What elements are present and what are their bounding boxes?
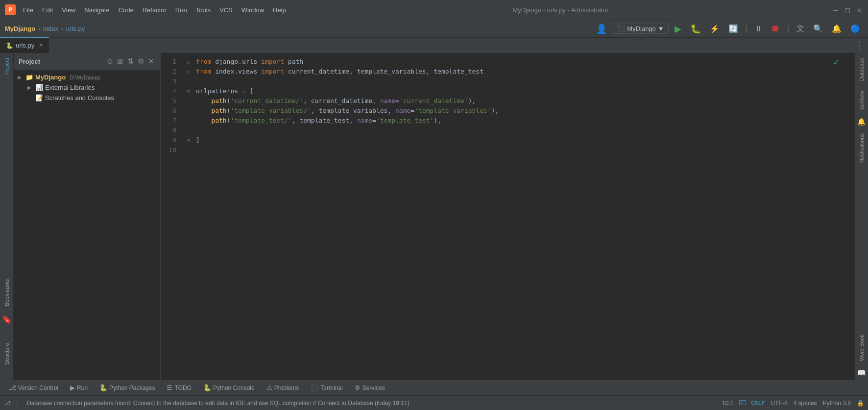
panel-collapse-button[interactable]: ⊞: [116, 56, 124, 67]
breadcrumb: MyDjango › index › urls.py: [5, 25, 85, 32]
code-line-5: path ( 'current_datetime/' , current_dat…: [196, 96, 854, 106]
services-label: Services: [362, 384, 385, 391]
maximize-button[interactable]: □: [844, 6, 851, 14]
menu-run[interactable]: Run: [172, 5, 191, 15]
structure-sidebar-tab[interactable]: Structure: [2, 338, 12, 370]
git-status[interactable]: ⎇: [4, 400, 11, 407]
wordbook-tab[interactable]: Word Book: [857, 330, 867, 366]
problems-icon: ⚠: [266, 384, 272, 391]
menu-edit[interactable]: Edit: [39, 5, 56, 15]
services-tab[interactable]: ⚙ Services: [350, 382, 390, 393]
menu-file[interactable]: File: [20, 5, 37, 15]
tree-item-scratches[interactable]: ▶ 📝 Scratches and Consoles: [14, 93, 160, 103]
code-line-8: [196, 126, 854, 135]
token-6-4: , template_variables,: [311, 106, 395, 116]
token-5-4: , current_datetime,: [303, 96, 380, 106]
line-sep-indicator[interactable]: CRLF: [739, 400, 765, 407]
notifications-icon[interactable]: 🔔: [855, 115, 868, 128]
panel-localize-button[interactable]: ⊙: [106, 56, 114, 67]
bookmark-icon[interactable]: 🔖: [0, 311, 14, 328]
settings-button[interactable]: 🔵: [847, 22, 863, 35]
python-packages-tab[interactable]: 🐍 Python Packages: [95, 382, 160, 393]
project-sidebar-tab[interactable]: Project: [2, 53, 12, 79]
encoding-indicator[interactable]: UTF-8: [771, 400, 788, 407]
python-console-tab[interactable]: 🐍 Python Console: [198, 382, 260, 393]
minimize-button[interactable]: —: [832, 6, 840, 14]
main-layout: Project Bookmarks 🔖 Structure Project ⊙ …: [0, 53, 868, 380]
menu-view[interactable]: View: [58, 5, 79, 15]
tab-close-icon[interactable]: ✕: [39, 42, 43, 49]
token-9-1: ]: [196, 135, 200, 145]
menu-vcs[interactable]: VCS: [216, 5, 236, 15]
wordbook-icon[interactable]: 📖: [855, 366, 868, 380]
profile-run-button[interactable]: 🔄: [725, 22, 741, 35]
search-button[interactable]: 🔍: [810, 22, 826, 35]
fold-btn-1[interactable]: ⊟: [185, 57, 192, 67]
breadcrumb-sep2: ›: [60, 25, 64, 32]
menu-code[interactable]: Code: [115, 5, 137, 15]
line-num-9: 9: [161, 135, 180, 145]
tab-more-button[interactable]: ⋮: [850, 37, 868, 53]
status-message[interactable]: Database connection parameters found: Co…: [17, 400, 722, 407]
line-num-4: 4: [161, 86, 180, 96]
debug-button[interactable]: 🐛: [687, 22, 704, 36]
breadcrumb-file[interactable]: urls.py: [66, 25, 85, 32]
sciview-tab[interactable]: SciView: [857, 86, 867, 115]
panel-close-button[interactable]: ✕: [147, 56, 155, 67]
fold-btn-2[interactable]: ⊟: [185, 67, 192, 77]
bookmarks-sidebar-tab[interactable]: Bookmarks: [2, 274, 12, 311]
tree-item-external-libs[interactable]: ▶ 📊 External Libraries: [14, 82, 160, 93]
token-7-1: path: [211, 116, 226, 126]
fold-btn-6: [185, 106, 192, 116]
database-tab[interactable]: Database: [857, 53, 867, 86]
menu-window[interactable]: Window: [238, 5, 267, 15]
tab-filename: urls.py: [16, 42, 34, 49]
bottom-tabs: ⎇ Version Control ▶ Run 🐍 Python Package…: [0, 380, 868, 395]
panel-settings-button[interactable]: ⚙: [137, 56, 145, 67]
token-6-2: (: [227, 106, 231, 116]
translate-button[interactable]: 文: [794, 22, 807, 36]
menu-tools[interactable]: Tools: [193, 5, 214, 15]
indent-indicator[interactable]: 4 spaces: [794, 400, 817, 407]
chart-icon: 📊: [35, 84, 43, 91]
tree-item-root[interactable]: ▶ 📁 MyDjango D:\MyDjango: [14, 72, 160, 82]
menu-help[interactable]: Help: [269, 5, 289, 15]
todo-icon: ☰: [167, 384, 172, 391]
left-sidebar-tabs: Project Bookmarks 🔖 Structure: [0, 53, 14, 380]
tree-label-root: MyDjango: [35, 74, 66, 81]
coverage-button[interactable]: ⚡: [707, 22, 723, 35]
problems-tab[interactable]: ⚠ Problems: [262, 382, 304, 393]
pause-button[interactable]: ⏸: [751, 23, 765, 35]
tab-urls-py[interactable]: 🐍 urls.py ✕: [0, 37, 49, 53]
breadcrumb-sep1: ›: [37, 25, 41, 32]
run-config-label: MyDjango: [627, 25, 656, 32]
version-control-label: Version Control: [18, 384, 58, 391]
token-7-0: [196, 116, 211, 126]
run-tab[interactable]: ▶ Run: [65, 382, 93, 393]
fold-btn-9[interactable]: ⊟: [185, 135, 192, 145]
menu-navigate[interactable]: Navigate: [81, 5, 113, 15]
breadcrumb-index[interactable]: index: [43, 25, 58, 32]
todo-tab[interactable]: ☰ TODO: [162, 382, 196, 393]
run-config-chevron: ▼: [658, 25, 664, 32]
code-editor[interactable]: from django.urls import path from index.…: [192, 53, 854, 380]
breadcrumb-project[interactable]: MyDjango: [5, 25, 35, 32]
token-2-3: import: [261, 67, 284, 77]
menu-refactor[interactable]: Refactor: [139, 5, 170, 15]
version-control-tab[interactable]: ⎇ Version Control: [4, 382, 63, 393]
fold-btn-4[interactable]: ⊟: [185, 86, 192, 96]
python-version[interactable]: Python 3.8: [823, 400, 851, 407]
token-5-5: name: [380, 96, 395, 106]
menu-bar: File Edit View Navigate Code Refactor Ru…: [20, 5, 289, 15]
profile-button[interactable]: 👤: [593, 22, 610, 36]
notifications-tab[interactable]: Notifications: [857, 128, 867, 168]
close-button[interactable]: ✕: [855, 6, 863, 14]
update-button[interactable]: 🔔: [829, 22, 844, 35]
run-button[interactable]: ▶: [672, 22, 684, 36]
cursor-position[interactable]: 10:1: [722, 400, 733, 407]
run-config-selector[interactable]: ⬛ MyDjango ▼: [613, 24, 668, 34]
code-line-9: ]: [196, 135, 854, 145]
stop-button[interactable]: ⏹: [768, 22, 783, 36]
panel-sort-button[interactable]: ⇅: [126, 56, 135, 67]
terminal-tab[interactable]: ⬛ Terminal: [306, 382, 347, 393]
